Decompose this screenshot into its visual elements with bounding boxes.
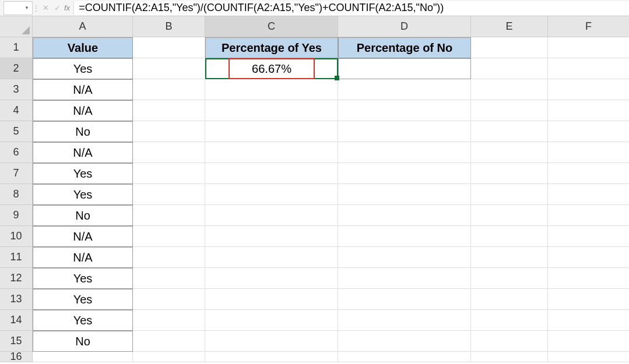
cell-e8[interactable] <box>471 184 548 205</box>
cell-f1[interactable] <box>548 37 629 58</box>
row-header-13[interactable]: 13 <box>0 289 33 310</box>
cell-a7[interactable]: Yes <box>33 163 133 184</box>
row-header-8[interactable]: 8 <box>0 184 33 205</box>
row-header-15[interactable]: 15 <box>0 331 33 352</box>
cell-b12[interactable] <box>133 268 205 289</box>
cell-a15[interactable]: No <box>33 331 133 352</box>
row-header-16[interactable]: 16 <box>0 352 33 362</box>
cell-b13[interactable] <box>133 289 205 310</box>
cancel-icon[interactable]: ✕ <box>41 3 50 12</box>
row-header-6[interactable]: 6 <box>0 142 33 163</box>
cell-d5[interactable] <box>338 121 471 142</box>
cell-b14[interactable] <box>133 310 205 331</box>
name-box-dropdown-icon[interactable]: ▼ <box>23 3 31 13</box>
cell-f5[interactable] <box>548 121 629 142</box>
row-header-11[interactable]: 11 <box>0 247 33 268</box>
selection-handle[interactable] <box>335 76 339 80</box>
cell-e3[interactable] <box>471 79 548 100</box>
cell-d7[interactable] <box>338 163 471 184</box>
cell-c9[interactable] <box>205 205 338 226</box>
cell-c5[interactable] <box>205 121 338 142</box>
cell-f9[interactable] <box>548 205 629 226</box>
cell-e16[interactable] <box>471 352 548 362</box>
col-header-d[interactable]: D <box>338 16 471 37</box>
cell-b7[interactable] <box>133 163 205 184</box>
cell-b11[interactable] <box>133 247 205 268</box>
cell-f3[interactable] <box>548 79 629 100</box>
col-header-a[interactable]: A <box>33 16 133 37</box>
cell-d12[interactable] <box>338 268 471 289</box>
cell-a6[interactable]: N/A <box>33 142 133 163</box>
col-header-f[interactable]: F <box>548 16 629 37</box>
row-header-1[interactable]: 1 <box>0 37 33 58</box>
cell-d8[interactable] <box>338 184 471 205</box>
row-header-12[interactable]: 12 <box>0 268 33 289</box>
cell-c10[interactable] <box>205 226 338 247</box>
cell-c1[interactable]: Percentage of Yes <box>205 37 338 58</box>
enter-icon[interactable]: ✓ <box>52 3 62 12</box>
fx-icon[interactable]: fx <box>64 3 70 12</box>
cell-a16[interactable] <box>33 352 133 362</box>
cell-b2[interactable] <box>133 58 205 79</box>
row-header-9[interactable]: 9 <box>0 205 33 226</box>
cell-f15[interactable] <box>548 331 629 352</box>
cell-d2[interactable] <box>338 58 471 79</box>
cell-a14[interactable]: Yes <box>33 310 133 331</box>
col-header-b[interactable]: B <box>133 16 205 37</box>
cell-d14[interactable] <box>338 310 471 331</box>
cell-f7[interactable] <box>548 163 629 184</box>
col-header-c[interactable]: C <box>205 16 338 37</box>
cell-f16[interactable] <box>548 352 629 362</box>
select-all-corner[interactable] <box>0 16 33 37</box>
cell-c14[interactable] <box>205 310 338 331</box>
cell-a5[interactable]: No <box>33 121 133 142</box>
cell-e5[interactable] <box>471 121 548 142</box>
cell-d10[interactable] <box>338 226 471 247</box>
cell-e9[interactable] <box>471 205 548 226</box>
cell-a4[interactable]: N/A <box>33 100 133 121</box>
cell-e6[interactable] <box>471 142 548 163</box>
cell-d1[interactable]: Percentage of No <box>338 37 471 58</box>
cell-f13[interactable] <box>548 289 629 310</box>
cell-e2[interactable] <box>471 58 548 79</box>
name-box[interactable]: ▼ <box>3 1 33 15</box>
cell-e12[interactable] <box>471 268 548 289</box>
cell-a1[interactable]: Value <box>33 37 133 58</box>
cell-d16[interactable] <box>338 352 471 362</box>
cell-c15[interactable] <box>205 331 338 352</box>
cell-a12[interactable]: Yes <box>33 268 133 289</box>
cell-d6[interactable] <box>338 142 471 163</box>
cell-b3[interactable] <box>133 79 205 100</box>
row-header-7[interactable]: 7 <box>0 163 33 184</box>
cell-c13[interactable] <box>205 289 338 310</box>
col-header-e[interactable]: E <box>471 16 548 37</box>
row-header-5[interactable]: 5 <box>0 121 33 142</box>
cell-d11[interactable] <box>338 247 471 268</box>
cell-e1[interactable] <box>471 37 548 58</box>
cell-e10[interactable] <box>471 226 548 247</box>
cell-f8[interactable] <box>548 184 629 205</box>
cell-a13[interactable]: Yes <box>33 289 133 310</box>
cell-b4[interactable] <box>133 100 205 121</box>
cell-c8[interactable] <box>205 184 338 205</box>
cell-c12[interactable] <box>205 268 338 289</box>
row-header-4[interactable]: 4 <box>0 100 33 121</box>
cell-f12[interactable] <box>548 268 629 289</box>
cell-c11[interactable] <box>205 247 338 268</box>
cell-c3[interactable] <box>205 79 338 100</box>
row-header-3[interactable]: 3 <box>0 79 33 100</box>
row-header-2[interactable]: 2 <box>0 58 33 79</box>
cell-b6[interactable] <box>133 142 205 163</box>
cell-a10[interactable]: N/A <box>33 226 133 247</box>
cell-a3[interactable]: N/A <box>33 79 133 100</box>
cell-b8[interactable] <box>133 184 205 205</box>
row-header-10[interactable]: 10 <box>0 226 33 247</box>
cell-d4[interactable] <box>338 100 471 121</box>
cell-d3[interactable] <box>338 79 471 100</box>
cell-f11[interactable] <box>548 247 629 268</box>
cell-e7[interactable] <box>471 163 548 184</box>
row-header-14[interactable]: 14 <box>0 310 33 331</box>
cell-e15[interactable] <box>471 331 548 352</box>
cell-e13[interactable] <box>471 289 548 310</box>
cell-e4[interactable] <box>471 100 548 121</box>
